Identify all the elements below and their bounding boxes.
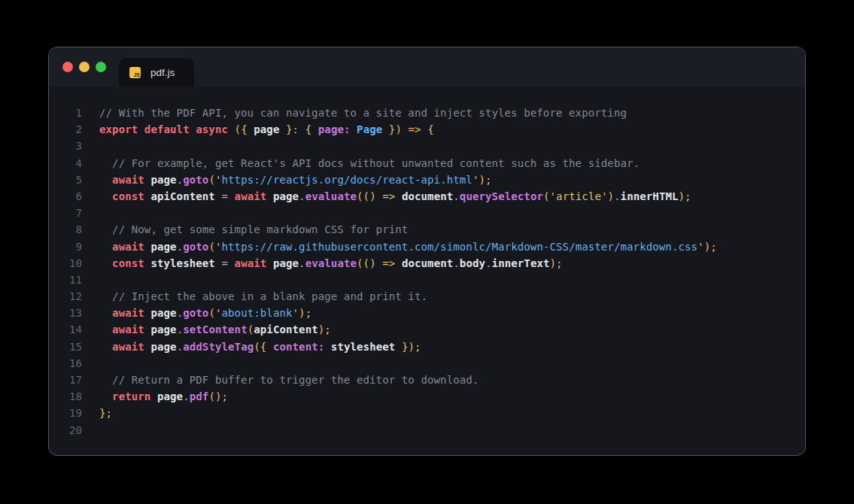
line-number: 5 (68, 172, 82, 188)
code-line: 5 await page.goto('https://reactjs.org/d… (68, 172, 792, 188)
line-number: 19 (68, 405, 82, 421)
code-line: 17 // Return a PDF buffer to trigger the… (68, 372, 792, 388)
javascript-icon: JS (129, 67, 141, 78)
code-line: 9 await page.goto('https://raw.githubuse… (68, 238, 792, 255)
line-number: 13 (68, 305, 82, 321)
code-line: 18 return page.pdf(); (68, 388, 792, 405)
line-number: 14 (68, 321, 82, 338)
close-button[interactable] (62, 62, 73, 72)
code-line: 11 (68, 272, 792, 288)
minimize-button[interactable] (79, 62, 90, 72)
line-number: 18 (68, 388, 82, 405)
line-number: 1 (68, 105, 82, 121)
line-number: 10 (68, 255, 82, 272)
line-number: 12 (68, 288, 82, 305)
code-line: 15 await page.addStyleTag({ content: sty… (68, 339, 792, 355)
code-text: // With the PDF API, you can navigate to… (99, 105, 627, 121)
code-text: return page.pdf(); (99, 388, 228, 405)
code-line: 3 (68, 138, 792, 154)
code-line: 12 // Inject the above in a blank page a… (68, 288, 792, 305)
code-line: 4 // For example, get React's API docs w… (68, 155, 792, 172)
code-text: // Now, get some simple markdown CSS for… (99, 221, 408, 238)
line-number: 6 (68, 188, 82, 205)
code-text: await page.goto('about:blank'); (99, 305, 312, 321)
code-text: // Return a PDF buffer to trigger the ed… (99, 372, 479, 388)
code-line: 14 await page.setContent(apiContent); (68, 321, 792, 338)
line-number: 3 (68, 138, 82, 154)
code-line: 1// With the PDF API, you can navigate t… (68, 105, 792, 121)
line-number: 17 (68, 372, 82, 388)
code-line: 10 const stylesheet = await page.evaluat… (68, 255, 792, 272)
zoom-button[interactable] (96, 62, 106, 72)
titlebar: JS pdf.js (49, 47, 805, 87)
line-number: 16 (68, 355, 82, 372)
line-number: 15 (68, 339, 82, 355)
code-text: }; (99, 405, 112, 421)
line-number: 9 (68, 238, 82, 255)
line-number: 7 (68, 205, 82, 221)
code-text: // Inject the above in a blank page and … (99, 288, 427, 305)
code-line: 7 (68, 205, 792, 221)
code-line: 20 (68, 422, 792, 439)
tab-pdf-js[interactable]: JS pdf.js (119, 58, 194, 87)
code-line: 19}; (68, 405, 792, 421)
line-number: 11 (68, 272, 82, 288)
code-line: 6 const apiContent = await page.evaluate… (68, 188, 792, 205)
code-line: 2export default async ({ page }: { page:… (68, 121, 792, 138)
code-line: 16 (68, 355, 792, 372)
code-text: await page.goto('https://reactjs.org/doc… (99, 172, 492, 188)
code-text: const apiContent = await page.evaluate((… (99, 188, 691, 205)
code-text: const stylesheet = await page.evaluate((… (99, 255, 563, 272)
editor-window: JS pdf.js 1// With the PDF API, you can … (48, 47, 806, 456)
code-text: await page.goto('https://raw.githubuserc… (99, 238, 717, 255)
code-text: await page.setContent(apiContent); (99, 321, 331, 338)
window-controls (62, 62, 106, 72)
tab-label: pdf.js (150, 67, 175, 78)
code-line: 8 // Now, get some simple markdown CSS f… (68, 221, 792, 238)
line-number: 20 (68, 422, 82, 439)
code-text: await page.addStyleTag({ content: styles… (99, 339, 421, 355)
code-line: 13 await page.goto('about:blank'); (68, 305, 792, 321)
code-editor[interactable]: 1// With the PDF API, you can navigate t… (49, 87, 805, 439)
line-number: 4 (68, 155, 82, 172)
line-number: 8 (68, 221, 82, 238)
code-text: export default async ({ page }: { page: … (99, 121, 434, 138)
code-text: // For example, get React's API docs wit… (99, 155, 640, 172)
line-number: 2 (68, 121, 82, 138)
